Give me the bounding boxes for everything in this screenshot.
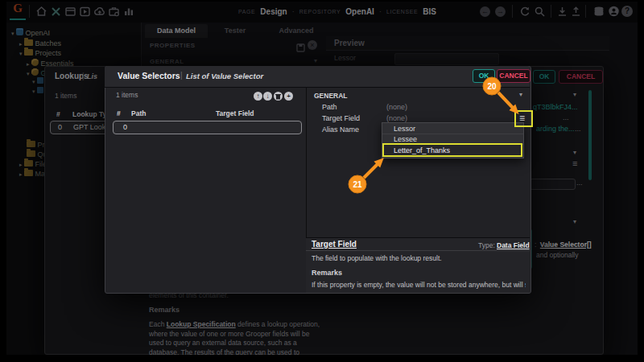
- highlight-box-letter-of-thanks: [382, 143, 522, 157]
- row-index: 0: [123, 123, 127, 131]
- help-remarks-text: If this property is empty, the value wil…: [312, 281, 526, 291]
- modal-title-divider: |: [180, 71, 183, 80]
- alias-name-property-label: Alias Name: [322, 125, 359, 134]
- modal-subtitle: List of Value Selector: [186, 72, 263, 80]
- data-field-type-link[interactable]: Data Field: [497, 241, 530, 249]
- help-divider: [306, 250, 530, 251]
- path-property-value[interactable]: (none): [386, 103, 407, 111]
- modal-column-path[interactable]: Path: [131, 109, 146, 117]
- help-description: The field to populate with the lookup re…: [312, 254, 442, 262]
- app-root: G PAGE Design · REPOSITORY OpenAI · LICE…: [0, 0, 644, 362]
- move-down-button[interactable]: ↓: [263, 92, 272, 101]
- target-field-property-label: Target Field: [322, 114, 360, 122]
- path-property-label: Path: [322, 103, 337, 111]
- modal-pane-divider: [306, 87, 307, 237]
- frame-bottom: [0, 355, 644, 362]
- modal-title: Value Selectors: [118, 71, 180, 80]
- modal-general-title: GENERAL: [314, 92, 348, 100]
- target-field-property-value[interactable]: (none): [386, 114, 407, 122]
- highlight-box-menu-icon: [514, 110, 533, 127]
- help-type-label: Type:: [478, 241, 495, 249]
- value-selector-row[interactable]: 0: [113, 121, 302, 134]
- move-up-button[interactable]: ↑: [254, 92, 262, 101]
- frame-top: [0, 0, 644, 2]
- help-remarks-title: Remarks: [312, 269, 342, 277]
- modal-column-hash[interactable]: #: [117, 109, 121, 117]
- modal-items-count: 1 items: [116, 91, 138, 99]
- frame-left: [0, 0, 6, 362]
- delete-button[interactable]: [274, 92, 283, 101]
- dropdown-option-lessor[interactable]: Lessor: [382, 123, 523, 134]
- chevron-down-icon[interactable]: ▾: [519, 91, 522, 98]
- modal-ok-button[interactable]: OK: [473, 69, 495, 83]
- help-title: Target Field: [312, 240, 357, 249]
- add-button[interactable]: +: [284, 92, 293, 101]
- frame-right: [638, 0, 644, 362]
- modal-column-target-field[interactable]: Target Field: [216, 109, 254, 117]
- modal-cancel-button[interactable]: CANCEL: [497, 69, 530, 83]
